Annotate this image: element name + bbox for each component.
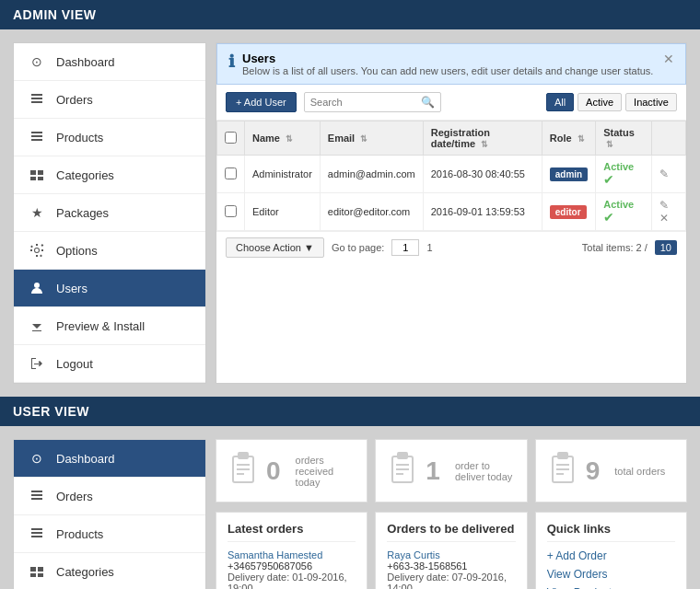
sidebar-item-options[interactable]: Options (14, 232, 205, 270)
users-panel-header: ℹ Users Below is a list of all users. Yo… (216, 43, 686, 85)
categories-icon (27, 561, 47, 582)
categories-icon (27, 165, 47, 185)
svg-rect-9 (31, 498, 42, 500)
user-sidebar-item-products[interactable]: Products (14, 515, 205, 553)
filter-active-button[interactable]: Active (578, 93, 622, 111)
admin-container: ⊙ Dashboard Orders Products Categories (0, 29, 700, 397)
quick-link-add-order[interactable]: + Add Order (547, 549, 675, 562)
svg-rect-7 (31, 491, 42, 492)
sidebar-item-label: Packages (56, 206, 109, 220)
sidebar-item-label: Dashboard (56, 55, 115, 69)
products-icon (27, 127, 47, 147)
sidebar-item-orders[interactable]: Orders (14, 81, 205, 119)
filter-inactive-button[interactable]: Inactive (625, 93, 677, 111)
total-items-label: Total items: 2 / (582, 242, 648, 253)
page-input[interactable] (391, 239, 419, 256)
svg-rect-3 (31, 132, 42, 133)
sidebar-item-label: Preview & Install (56, 319, 145, 333)
sidebar-item-label: Products (56, 131, 103, 144)
preview-install-icon (27, 316, 47, 336)
row-checkbox[interactable] (225, 205, 237, 217)
sidebar-item-products[interactable]: Products (14, 119, 205, 156)
select-all-checkbox[interactable] (225, 132, 237, 144)
search-box[interactable]: 🔍 (304, 92, 441, 112)
filter-buttons: All Active Inactive (546, 93, 677, 111)
row-status: Active ✔ (596, 193, 652, 231)
email-column-header: Email ⇅ (320, 121, 423, 156)
status-text: Active (603, 161, 634, 172)
panel-title: Users (242, 52, 653, 65)
row-regdate: 2016-09-01 13:59:53 (423, 193, 542, 231)
row-role: editor (542, 193, 595, 231)
sidebar-item-label: Logout (56, 357, 93, 371)
latest-orders-title: Latest orders (228, 522, 356, 542)
admin-section: ADMIN VIEW ⊙ Dashboard Orders Products (0, 0, 700, 397)
user-sidebar-item-categories[interactable]: Categories (14, 553, 205, 589)
options-icon (27, 240, 47, 260)
panel-close-button[interactable]: ✕ (663, 52, 674, 66)
table-footer: Choose Action ▼ Go to page: 1 Total item… (216, 231, 686, 263)
row-checkbox[interactable] (225, 167, 237, 179)
sidebar-item-dashboard[interactable]: ⊙ Dashboard (14, 43, 205, 81)
logout-icon (27, 353, 47, 374)
users-table: Name ⇅ Email ⇅ Registration date/time ⇅ … (216, 121, 686, 231)
filter-all-button[interactable]: All (546, 93, 574, 111)
sidebar-item-preview-install[interactable]: Preview & Install (14, 307, 205, 345)
orders-to-deliver-title: Orders to be delivered (387, 522, 515, 542)
svg-rect-10 (31, 528, 42, 530)
user-main-content: 0 orders received today 1 ord (216, 439, 687, 589)
page-separator: 1 (426, 242, 432, 253)
svg-rect-1 (31, 98, 42, 99)
row-email: admin@admin.com (320, 156, 423, 193)
add-user-button[interactable]: + Add User (226, 92, 297, 112)
delete-button[interactable]: ✕ (659, 212, 669, 225)
row-name: Editor (245, 193, 321, 231)
row-checkbox-cell (217, 193, 245, 231)
stat-number: 1 (426, 456, 440, 486)
user-section: USER VIEW ⊙ Dashboard Orders Products (0, 397, 700, 589)
sidebar-item-label: Options (56, 244, 98, 258)
panel-header-left: ℹ Users Below is a list of all users. Yo… (228, 52, 653, 76)
user-container: ⊙ Dashboard Orders Products Categories (0, 426, 700, 589)
orders-icon (27, 486, 47, 506)
latest-orders-card: Latest orders Samantha Hamested +3465795… (216, 512, 368, 589)
order-name[interactable]: Samantha Hamested (228, 549, 356, 560)
order-item: Samantha Hamested +34657950687056 Delive… (228, 549, 356, 589)
user-sidebar-item-orders[interactable]: Orders (14, 478, 205, 515)
stat-label: orders received today (296, 455, 355, 488)
quick-link-view-orders[interactable]: View Orders (547, 568, 675, 581)
order-name[interactable]: Raya Curtis (387, 549, 515, 560)
order-date: Delivery date: 01-09-2016, 19:00 (228, 572, 356, 589)
quick-links-title: Quick links (547, 522, 675, 542)
svg-rect-15 (239, 453, 248, 458)
users-toolbar: + Add User 🔍 All Active Inactive (216, 85, 686, 121)
go-to-page-label: Go to page: (332, 242, 385, 253)
edit-button[interactable]: ✎ (659, 199, 669, 212)
dashboard-icon: ⊙ (27, 448, 47, 468)
svg-rect-20 (398, 453, 407, 458)
sidebar-item-packages[interactable]: ★ Packages (14, 194, 205, 232)
sidebar-item-label: Products (56, 527, 103, 541)
sidebar-item-logout[interactable]: Logout (14, 345, 205, 383)
actions-column-header (652, 121, 686, 156)
sidebar-item-users[interactable]: Users (14, 270, 205, 307)
panel-header-text: Users Below is a list of all users. You … (242, 52, 653, 76)
sidebar-item-label: Categories (56, 168, 114, 182)
user-header: USER VIEW (0, 397, 700, 426)
sidebar-item-categories[interactable]: Categories (14, 156, 205, 194)
packages-icon: ★ (27, 202, 47, 223)
svg-rect-8 (31, 494, 42, 496)
user-sidebar-item-dashboard[interactable]: ⊙ Dashboard (14, 440, 205, 478)
order-phone: +663-38-1568561 (387, 560, 515, 572)
choose-action-button[interactable]: Choose Action ▼ (226, 237, 324, 258)
admin-header: ADMIN VIEW (0, 0, 700, 29)
table-row: Editor editor@editor.com 2016-09-01 13:5… (217, 193, 686, 231)
clipboard-icon (229, 451, 257, 491)
orders-icon (27, 89, 47, 110)
sidebar-item-label: Orders (56, 490, 93, 503)
user-sidebar: ⊙ Dashboard Orders Products Categories (13, 439, 206, 589)
quick-links-card: Quick links + Add Order View Orders View… (535, 512, 687, 589)
search-input[interactable] (310, 97, 421, 108)
edit-button[interactable]: ✎ (659, 167, 669, 180)
status-check-icon: ✔ (603, 210, 614, 225)
